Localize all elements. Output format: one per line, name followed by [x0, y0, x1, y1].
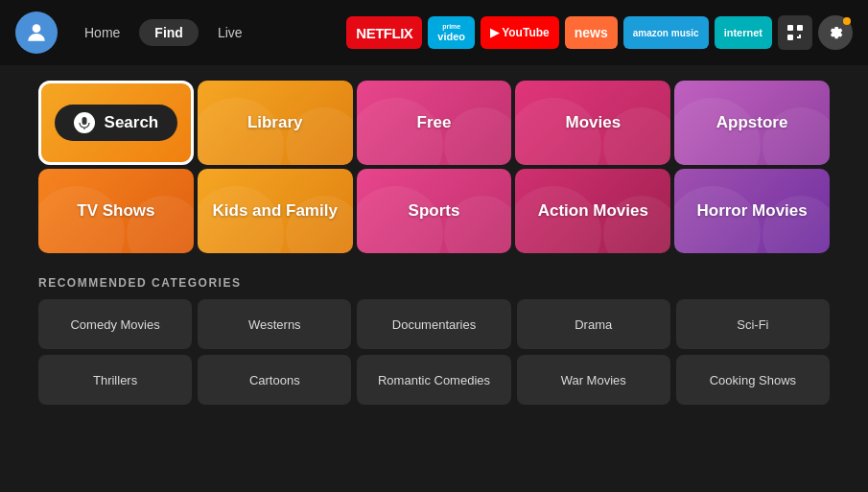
svg-point-0 [33, 24, 41, 33]
svg-rect-6 [799, 35, 801, 36]
rec-cartoons[interactable]: Cartoons [198, 355, 351, 405]
movies-tile[interactable]: Movies [515, 81, 670, 165]
svg-rect-3 [787, 35, 793, 40]
tvshows-tile[interactable]: TV Shows [38, 169, 194, 253]
library-label: Library [247, 113, 303, 132]
recommended-title: RECOMMENDED CATEGORIES [38, 276, 830, 290]
horror-movies-label: Horror Movies [696, 201, 807, 221]
library-tile[interactable]: Library [198, 81, 353, 165]
tvshows-label: TV Shows [77, 201, 154, 221]
amazon-music-button[interactable]: amazon music [623, 16, 709, 49]
sports-label: Sports [409, 201, 460, 221]
nav-live[interactable]: Live [202, 19, 258, 46]
grid-view-button[interactable] [778, 15, 812, 50]
nav-links: Home Find Live [69, 19, 258, 46]
free-label: Free [417, 113, 452, 132]
action-movies-label: Action Movies [538, 201, 648, 221]
top-navigation: Home Find Live NETFLIX prime video ▶ You… [0, 0, 868, 65]
free-tile[interactable]: Free [357, 81, 512, 165]
nav-find[interactable]: Find [139, 19, 199, 46]
recommended-section: RECOMMENDED CATEGORIES Comedy Movies Wes… [38, 276, 830, 405]
recommended-grid: Comedy Movies Westerns Documentaries Dra… [38, 299, 830, 405]
settings-notification-dot [843, 17, 851, 25]
movies-label: Movies [565, 113, 621, 132]
svg-rect-5 [797, 36, 799, 38]
rec-comedy-movies[interactable]: Comedy Movies [38, 299, 192, 349]
user-avatar[interactable] [15, 12, 58, 54]
rec-cooking-shows[interactable]: Cooking Shows [676, 355, 830, 405]
rec-scifi[interactable]: Sci-Fi [676, 299, 830, 349]
rec-war-movies[interactable]: War Movies [517, 355, 670, 405]
main-content: Search Library Free Movies Appstore [0, 65, 868, 416]
news-button[interactable]: news [565, 16, 618, 49]
svg-rect-4 [799, 36, 801, 38]
youtube-button[interactable]: ▶ YouTube [481, 16, 559, 49]
sports-tile[interactable]: Sports [357, 169, 512, 253]
service-buttons: NETFLIX prime video ▶ YouTube news amazo… [346, 15, 853, 50]
action-movies-tile[interactable]: Action Movies [515, 169, 670, 253]
netflix-button[interactable]: NETFLIX [346, 16, 422, 49]
internet-button[interactable]: internet [715, 16, 772, 49]
rec-documentaries[interactable]: Documentaries [357, 299, 510, 349]
nav-home[interactable]: Home [69, 19, 135, 46]
prime-video-button[interactable]: prime video [428, 16, 475, 49]
appstore-label: Appstore [716, 113, 788, 132]
microphone-icon [74, 112, 95, 133]
rec-drama[interactable]: Drama [517, 299, 670, 349]
search-inner: Search [55, 105, 178, 141]
appstore-tile[interactable]: Appstore [674, 81, 830, 165]
svg-rect-7 [82, 117, 86, 125]
kids-tile[interactable]: Kids and Family [198, 169, 353, 253]
search-label: Search [105, 113, 159, 132]
rec-westerns[interactable]: Westerns [198, 299, 351, 349]
settings-button[interactable] [818, 15, 853, 50]
kids-label: Kids and Family [213, 201, 338, 221]
horror-movies-tile[interactable]: Horror Movies [674, 169, 830, 253]
svg-rect-2 [797, 25, 803, 31]
category-tiles: Search Library Free Movies Appstore [38, 81, 830, 253]
svg-rect-1 [787, 25, 793, 31]
rec-thrillers[interactable]: Thrillers [38, 355, 192, 405]
search-tile[interactable]: Search [38, 81, 194, 165]
rec-romantic-comedies[interactable]: Romantic Comedies [357, 355, 510, 405]
